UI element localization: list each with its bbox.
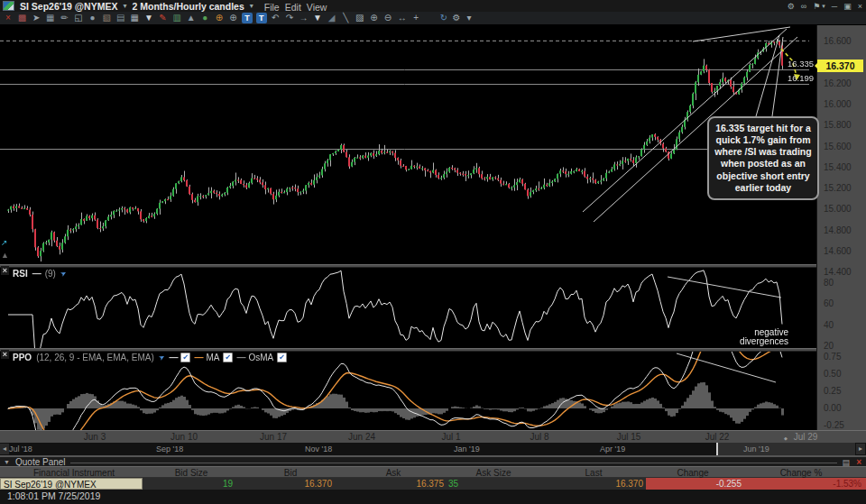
trendline-tool-icon[interactable]: ╲ xyxy=(340,13,351,23)
layout-grid-icon[interactable]: ▦ xyxy=(129,13,140,23)
close-icon[interactable]: × xyxy=(858,2,862,11)
quote-bid[interactable]: 16.370 xyxy=(235,478,332,490)
scrollbar-month-label: Apr '19 xyxy=(600,444,625,454)
dot-style-icon[interactable]: ● xyxy=(199,13,210,23)
quote-column-header[interactable]: Bid xyxy=(284,468,297,478)
ppo-axis-tick: 0.00 xyxy=(824,403,841,413)
quote-panel-titlebar: ▼ Quote Panel ▤ × xyxy=(0,455,866,466)
rsi-panel-divider[interactable] xyxy=(0,264,866,268)
target-tool-icon[interactable]: ⊕ xyxy=(228,13,239,23)
price-axis[interactable]: 16.60016.20016.00015.80015.60015.40015.2… xyxy=(816,25,866,430)
dropdown-tool-icon[interactable]: ▼ xyxy=(143,13,154,23)
rsi-panel-canvas[interactable] xyxy=(0,268,816,348)
wrench-icon[interactable]: ⚙ xyxy=(451,13,462,23)
link-icon[interactable]: ∞ xyxy=(801,2,806,11)
refresh-icon[interactable]: ↻ xyxy=(438,13,449,23)
angle-tool-icon[interactable]: ◢ xyxy=(327,13,337,23)
annotation-callout[interactable]: 16.335 target hit for a quick 1.7% gain … xyxy=(707,116,819,200)
symbol-title[interactable]: SI Sep26'19 @NYMEX xyxy=(20,1,117,12)
ppo-panel-canvas[interactable] xyxy=(0,352,816,430)
y-axis-tick: 16.600 xyxy=(824,36,852,46)
rsi-close-icon[interactable]: × xyxy=(1,266,9,275)
scrollbar-thumb[interactable] xyxy=(716,443,855,455)
forward-icon[interactable]: → xyxy=(298,13,309,23)
delete-drawing-icon[interactable]: × xyxy=(3,13,14,23)
pencil-tool-icon[interactable]: ✎ xyxy=(158,13,169,23)
quote-instrument-cell[interactable]: SI Sep26'19 @NYMEX xyxy=(0,478,143,490)
filter-icon[interactable]: ▼ xyxy=(312,13,323,23)
scroll-up-icon[interactable]: ↗ xyxy=(1,238,8,247)
timeframe-selector[interactable]: 2 Months/Hourly candles xyxy=(132,1,244,12)
text-note-icon[interactable]: T xyxy=(242,13,253,23)
quote-ask[interactable]: 16.375 xyxy=(334,478,444,490)
quote-column-header[interactable]: Last xyxy=(585,468,603,478)
scrollbar-month-label: Jul '18 xyxy=(9,444,32,454)
expand-horizontal-icon[interactable]: ↔ xyxy=(397,13,408,23)
ppo-legend-checkbox[interactable]: ✔ xyxy=(277,353,287,362)
undo-icon[interactable]: ↶ xyxy=(270,13,281,23)
ppo-legend-checkbox[interactable]: ✔ xyxy=(223,353,233,362)
quote-change-pct[interactable]: -1.53% xyxy=(771,478,866,490)
dotted-grid-icon[interactable]: ▩ xyxy=(17,13,28,23)
quote-column-header[interactable]: Ask Size xyxy=(476,468,511,478)
date-tick: Jun 3 xyxy=(84,432,106,442)
price-level-label: 16.335 xyxy=(778,59,814,69)
timeframe-caret-icon[interactable]: ▾ xyxy=(250,2,253,10)
ppo-pointer-icon[interactable]: ➤ xyxy=(157,353,166,362)
redo-icon[interactable]: ↷ xyxy=(284,13,295,23)
quote-row[interactable]: SI Sep26'19 @NYMEX 1916.37016.3753516.37… xyxy=(0,478,866,490)
image-tool-icon[interactable]: ▧ xyxy=(101,13,112,23)
scroll-marker-icon[interactable]: ▲ xyxy=(1,251,9,260)
area-style-icon[interactable]: ▲ xyxy=(186,13,197,23)
ppo-panel-divider[interactable] xyxy=(0,348,866,352)
cursor-tool-icon[interactable]: ➤ xyxy=(31,13,41,23)
restore-icon[interactable]: ▣ xyxy=(843,2,852,11)
menu-file[interactable]: File xyxy=(264,2,280,13)
zoom-in-icon[interactable]: ⊕ xyxy=(368,13,379,23)
candles-style-icon[interactable]: ▥ xyxy=(171,13,182,23)
ppo-axis-tick: 0.50 xyxy=(824,369,841,379)
quote-ask-size[interactable]: 35 xyxy=(448,478,484,490)
quote-last[interactable]: 16.370 xyxy=(541,478,643,490)
pin-icon[interactable]: ⚑ xyxy=(813,2,820,11)
channel-tool-icon[interactable]: ▨ xyxy=(355,13,365,23)
eraser-tool-icon[interactable]: ◱ xyxy=(73,13,84,23)
gear-icon[interactable]: ⚙ xyxy=(788,2,795,11)
quote-bid-size[interactable]: 19 xyxy=(144,478,233,490)
quote-change[interactable]: -0.255 xyxy=(646,478,771,490)
quote-column-header[interactable]: Bid Size xyxy=(175,468,208,478)
menu-view[interactable]: View xyxy=(307,2,327,13)
quote-panel-collapse-icon[interactable]: ▼ xyxy=(4,459,10,465)
price-level-label: 16.199 xyxy=(778,73,814,83)
quote-column-header[interactable]: Ask xyxy=(386,468,401,478)
text-label-icon[interactable]: T xyxy=(256,13,267,23)
quote-column-header[interactable]: Financial Instrument xyxy=(33,468,115,478)
quote-column-header[interactable]: Change xyxy=(677,468,708,478)
y-axis-tick: 14.600 xyxy=(824,246,852,256)
price-chart-canvas[interactable] xyxy=(0,25,816,264)
symbol-caret-icon[interactable]: ▾ xyxy=(123,2,126,10)
date-tick: Jun 17 xyxy=(260,432,287,442)
crosshair-tool-icon[interactable]: ⊕ xyxy=(214,13,225,23)
fit-chart-icon[interactable]: + xyxy=(410,13,421,23)
trading-platform-window: SI Sep26'19 @NYMEX ▾ 2 Months/Hourly can… xyxy=(0,0,866,504)
chart-scrollbar[interactable]: ◂ ▸ Jul '18Sep '18Nov '18Jan '19Apr '19J… xyxy=(0,443,866,455)
grid-tool-icon[interactable]: ▦ xyxy=(45,13,56,23)
date-tick: Jun 10 xyxy=(170,432,198,442)
y-axis-tick: 15.400 xyxy=(824,162,852,172)
pin-caret-icon[interactable]: ▾ xyxy=(822,3,825,10)
minimize-icon[interactable]: ─ xyxy=(832,2,837,11)
quote-column-header[interactable]: Change % xyxy=(780,468,823,478)
current-time-diamond-icon: ◆ xyxy=(784,435,788,441)
ppo-close-icon[interactable]: × xyxy=(1,350,9,359)
ppo-legend-checkbox[interactable]: ✔ xyxy=(180,353,190,362)
scrollbar-left-arrow-icon[interactable]: ◂ xyxy=(0,444,9,454)
menu-edit[interactable]: Edit xyxy=(285,2,301,13)
scrollbar-right-arrow-icon[interactable]: ▸ xyxy=(856,444,865,454)
snapshot-tool-icon[interactable]: ▤ xyxy=(115,13,126,23)
brush-tool-icon[interactable]: ✏ xyxy=(59,13,69,23)
more-tools-caret-icon[interactable]: ▾ xyxy=(464,13,474,23)
ellipse-tool-icon[interactable]: ● xyxy=(88,13,98,23)
date-axis[interactable]: Jun 3Jun 10Jun 17Jun 24Jul 1Jul 8Jul 15J… xyxy=(0,430,866,443)
zoom-out-icon[interactable]: ⊖ xyxy=(382,13,393,23)
